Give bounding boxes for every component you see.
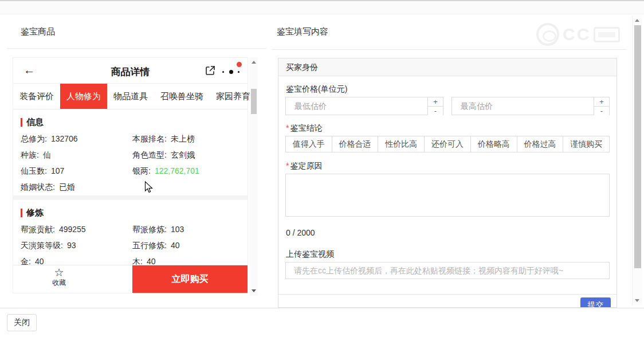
stat-value: 132706 bbox=[51, 134, 78, 143]
max-price-spinner: + - bbox=[594, 97, 609, 115]
watermark-text: CC bbox=[563, 25, 591, 44]
close-button[interactable]: 关闭 bbox=[7, 314, 37, 331]
mouse-cursor-icon bbox=[144, 181, 154, 194]
left-panel-divider bbox=[7, 48, 266, 49]
reason-textarea[interactable] bbox=[285, 174, 610, 217]
min-price-spinner: + - bbox=[427, 97, 443, 115]
stat-label: 五行修炼: bbox=[132, 241, 167, 250]
max-price-field: + - bbox=[451, 97, 610, 115]
decrement-button[interactable]: - bbox=[428, 107, 443, 115]
form-body: 鉴宝价格(单位元) + - + - *鉴宝结论 bbox=[278, 76, 616, 308]
stat-label: 仙玉数: bbox=[21, 166, 47, 175]
silver-value: 122,762,701 bbox=[155, 166, 199, 175]
info-section: 信息 总修为:132706 本服排名:未上榜 种族:仙 角色造型:玄剑娥 仙玉数… bbox=[13, 109, 248, 195]
card-scrollbar[interactable] bbox=[250, 57, 258, 296]
decrement-button[interactable]: - bbox=[594, 107, 609, 115]
favorite-button[interactable]: ☆ 收藏 bbox=[35, 267, 83, 287]
price-label: 鉴宝价格(单位元) bbox=[286, 84, 347, 95]
increment-button[interactable]: + bbox=[594, 97, 609, 107]
tab-character-cultivation[interactable]: 人物修为 bbox=[60, 84, 107, 109]
tab-equipment-review[interactable]: 装备评价 bbox=[13, 84, 60, 109]
tab-items[interactable]: 物品道具 bbox=[107, 84, 154, 109]
stat-label: 银两: bbox=[132, 166, 151, 175]
favorite-label: 收藏 bbox=[35, 279, 83, 287]
card-scrollbar-thumb[interactable] bbox=[251, 89, 257, 114]
watermark-logo-icon bbox=[536, 23, 559, 46]
required-mark: * bbox=[286, 123, 289, 132]
stat-value: 40 bbox=[171, 241, 180, 250]
stat-value: 93 bbox=[67, 241, 76, 250]
appraisal-form: 买家身份 鉴宝价格(单位元) + - + - bbox=[278, 58, 617, 308]
required-mark: * bbox=[286, 161, 289, 170]
char-counter: 0 / 2000 bbox=[286, 228, 315, 237]
content-bottom-divider bbox=[0, 308, 644, 308]
scroll-down-icon[interactable] bbox=[635, 299, 639, 302]
window-scrollbar-thumb[interactable] bbox=[634, 25, 641, 268]
stat-label: 角色造型: bbox=[132, 150, 167, 159]
stat-label: 帮派贡献: bbox=[21, 225, 55, 234]
conclusion-label: *鉴宝结论 bbox=[286, 123, 322, 134]
buyer-identity-header: 买家身份 bbox=[278, 58, 616, 76]
conclusion-options: 值得入手 价格合适 性价比高 还价可入 价格略高 价格过高 谨慎购买 bbox=[285, 136, 610, 152]
price-inputs-row: + - + - bbox=[285, 97, 610, 115]
cc-live-watermark: CC bbox=[536, 21, 631, 48]
stat-label: 帮派修炼: bbox=[132, 225, 167, 234]
share-icon[interactable] bbox=[205, 65, 215, 76]
info-row: 种族:仙 角色造型:玄剑娥 bbox=[13, 147, 248, 163]
watermark-badge-icon bbox=[594, 27, 620, 42]
product-detail-card: ← 商品详情 装备评价 人物修为 物品道具 召唤兽坐骑 家园养育 信息 bbox=[13, 57, 248, 293]
more-options-icon[interactable] bbox=[222, 69, 239, 74]
scroll-down-icon[interactable] bbox=[252, 289, 256, 292]
stat-value: 107 bbox=[51, 166, 64, 175]
stat-label: 种族: bbox=[21, 150, 39, 159]
conclusion-option-button[interactable]: 值得入手 bbox=[285, 136, 332, 152]
info-row: 婚姻状态:已婚 bbox=[13, 179, 248, 195]
window-top-strip bbox=[0, 0, 644, 14]
stat-value: 玄剑娥 bbox=[171, 150, 195, 159]
stat-value: 未上榜 bbox=[171, 134, 195, 143]
info-row: 天演策等级:93 五行修炼:40 bbox=[13, 238, 248, 254]
conclusion-option-button[interactable]: 价格合适 bbox=[332, 136, 379, 152]
stat-value: 已婚 bbox=[59, 182, 75, 191]
increment-button[interactable]: + bbox=[428, 97, 443, 107]
notification-dot bbox=[237, 62, 242, 67]
video-link-input[interactable] bbox=[285, 262, 610, 279]
buy-now-button[interactable]: 立即购买 bbox=[132, 265, 248, 293]
info-row: 总修为:132706 本服排名:未上榜 bbox=[13, 131, 248, 147]
stat-label: 本服排名: bbox=[132, 134, 167, 143]
info-row: 帮派贡献:499255 帮派修炼:103 bbox=[13, 222, 248, 238]
min-price-field: + - bbox=[285, 97, 443, 115]
conclusion-option-button[interactable]: 价格略高 bbox=[470, 136, 517, 152]
min-price-input[interactable] bbox=[286, 97, 427, 115]
submit-button[interactable]: 提交 bbox=[580, 297, 611, 308]
scroll-up-icon[interactable] bbox=[635, 19, 639, 22]
section-gap bbox=[13, 195, 248, 200]
stat-value: 499255 bbox=[59, 225, 86, 234]
card-footer: ☆ 收藏 立即购买 bbox=[13, 265, 248, 293]
reason-label: *鉴定原因 bbox=[286, 161, 322, 171]
right-panel-title: 鉴宝填写内容 bbox=[277, 26, 328, 37]
cultivation-section-title: 修炼 bbox=[21, 207, 248, 218]
stat-label: 婚姻状态: bbox=[21, 182, 55, 191]
window-scrollbar[interactable] bbox=[632, 15, 642, 305]
info-row: 仙玉数:107 银两:122,762,701 bbox=[13, 163, 248, 179]
conclusion-option-button[interactable]: 还价可入 bbox=[424, 136, 471, 152]
conclusion-option-button[interactable]: 性价比高 bbox=[378, 136, 425, 152]
scroll-up-icon[interactable] bbox=[252, 61, 256, 64]
right-panel-divider bbox=[272, 49, 626, 50]
max-price-input[interactable] bbox=[452, 97, 593, 115]
stat-label: 总修为: bbox=[21, 134, 47, 143]
card-header: ← 商品详情 bbox=[13, 58, 248, 84]
conclusion-option-button[interactable]: 谨慎购买 bbox=[563, 136, 610, 152]
conclusion-option-button[interactable]: 价格过高 bbox=[517, 136, 564, 152]
upload-video-label: 上传鉴宝视频 bbox=[286, 249, 334, 260]
form-footer-divider bbox=[278, 294, 616, 295]
stat-label: 天演策等级: bbox=[21, 241, 63, 250]
card-tabbar: 装备评价 人物修为 物品道具 召唤兽坐骑 家园养育 bbox=[13, 84, 248, 109]
star-icon: ☆ bbox=[35, 267, 83, 279]
stat-value: 仙 bbox=[43, 150, 51, 159]
cultivation-section: 修炼 帮派贡献:499255 帮派修炼:103 天演策等级:93 五行修炼:40… bbox=[13, 200, 248, 270]
tab-pets-mounts[interactable]: 召唤兽坐骑 bbox=[154, 84, 210, 109]
info-section-title: 信息 bbox=[21, 117, 248, 128]
left-panel-title: 鉴宝商品 bbox=[21, 26, 55, 37]
